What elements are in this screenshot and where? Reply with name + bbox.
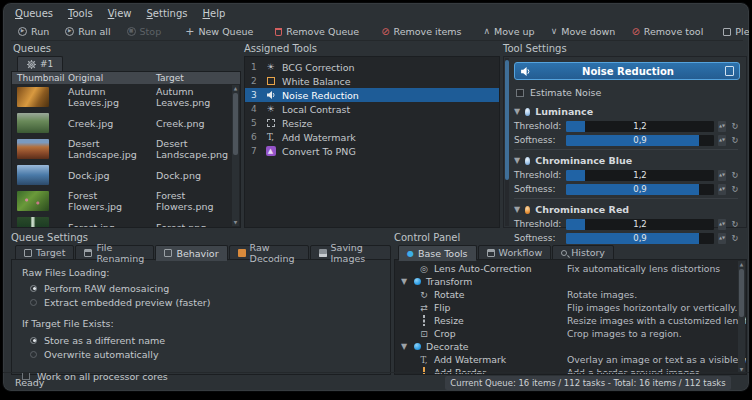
spinbox[interactable]: ▲▼ <box>718 121 726 132</box>
tool-label: Resize <box>282 118 312 129</box>
queue-scrollbar[interactable]: ▲ ▼ <box>232 85 239 226</box>
radio-icon[interactable] <box>30 337 37 344</box>
radio-overwrite-automatically[interactable]: Overwrite automatically <box>22 347 380 361</box>
spinbox[interactable]: ▲▼ <box>718 184 726 195</box>
collapse-icon[interactable]: ▼ <box>401 277 409 286</box>
tree-desc: Overlay an image or text as a visible wa… <box>567 354 746 365</box>
tab-saving-images[interactable]: Saving Images <box>310 245 391 260</box>
scroll-up-icon[interactable]: ▲ <box>738 261 745 268</box>
radio-icon[interactable] <box>30 299 37 306</box>
collapse-icon[interactable]: ▼ <box>514 205 520 214</box>
new-queue-button[interactable]: + New Queue <box>178 24 260 40</box>
tab-file-renaming[interactable]: File Renaming <box>75 245 154 260</box>
collapse-icon[interactable]: ▼ <box>514 156 520 165</box>
scrollbar-thumb[interactable] <box>233 93 238 155</box>
tool-item-noise-reduction[interactable]: 3 Noise Reduction <box>245 88 499 102</box>
slider-value: 1,2 <box>566 219 714 230</box>
threshold-slider[interactable]: 1,2 <box>566 219 714 230</box>
tool-item-local-contrast[interactable]: 4 ☀ Local Contrast <box>245 102 499 116</box>
reset-icon[interactable]: ↻ <box>730 135 740 145</box>
run-all-button[interactable]: ▶ Run all <box>58 24 117 40</box>
menu-queues[interactable]: Queues <box>15 8 53 22</box>
tab-behavior[interactable]: Behavior <box>155 245 227 261</box>
tab-target[interactable]: Target <box>15 245 74 260</box>
threshold-slider[interactable]: 1,2 <box>566 170 714 181</box>
scrollbar-thumb[interactable] <box>739 269 744 317</box>
base-tools-icon: ● <box>407 249 414 258</box>
estimate-noise-checkbox[interactable] <box>516 89 524 97</box>
fullscreen-button[interactable]: Plein écran <box>716 24 750 40</box>
radio-label: Store as a different name <box>44 335 165 346</box>
tool-item-white-balance[interactable]: 2 White Balance <box>245 74 499 88</box>
menu-settings[interactable]: Settings <box>146 8 187 22</box>
tab-base-tools[interactable]: ● Base Tools <box>398 245 477 261</box>
menu-help[interactable]: Help <box>203 8 226 22</box>
threshold-slider[interactable]: 1,2 <box>566 121 714 132</box>
tree-category-transform[interactable]: ▼ Transform <box>395 275 746 288</box>
section-chrominance-red-header[interactable]: ▼ Chrominance Red <box>514 203 740 216</box>
softness-slider[interactable]: 0,9 <box>566 135 714 146</box>
tree-item-lens-auto-correction[interactable]: ◎ Lens Auto-Correction Fix automatically… <box>395 262 746 275</box>
scroll-up-icon[interactable]: ▲ <box>232 85 239 92</box>
run-button[interactable]: ▶ Run <box>11 24 56 40</box>
remove-queue-button[interactable]: Remove Queue <box>268 24 366 40</box>
tool-item-bcg-correction[interactable]: 1 ☀ BCG Correction <box>245 60 499 74</box>
queue-row[interactable]: Autumn Leaves.jpg Autumn Leaves.png <box>12 84 240 110</box>
thumbnail-autumn-leaves <box>17 87 49 107</box>
tree-item-add-watermark[interactable]: T, Add Watermark Overlay an image or tex… <box>395 353 746 366</box>
estimate-noise-row[interactable]: Estimate Noise <box>516 87 601 98</box>
menu-tools[interactable]: Tools <box>68 8 93 22</box>
tool-item-resize[interactable]: 5 Resize <box>245 116 499 130</box>
resize-icon <box>419 316 429 326</box>
col-original[interactable]: Original <box>68 73 156 83</box>
col-thumbnail[interactable]: Thumbnail <box>12 73 68 83</box>
menu-view[interactable]: View <box>108 8 132 22</box>
radio-store-different-name[interactable]: Store as a different name <box>22 333 380 347</box>
radio-icon[interactable] <box>30 285 37 292</box>
radio-icon[interactable] <box>30 351 37 358</box>
tool-item-convert-to-png[interactable]: 7 ▲ Convert To PNG <box>245 144 499 158</box>
scrollbar-thumb[interactable] <box>505 60 509 180</box>
tree-scrollbar[interactable]: ▲ ▼ <box>738 261 745 373</box>
stop-button[interactable]: ■ Stop <box>120 24 169 40</box>
tree-item-rotate[interactable]: ↻ Rotate Rotate images. <box>395 288 746 301</box>
move-up-button[interactable]: ∧ Move up <box>477 24 542 40</box>
reset-icon[interactable]: ↻ <box>730 121 740 131</box>
collapse-icon[interactable]: ▼ <box>514 107 520 116</box>
tool-settings-scrollbar[interactable] <box>505 58 509 226</box>
tree-item-crop[interactable]: ⊡ Crop Crop images to a region. <box>395 327 746 340</box>
reset-icon[interactable]: ↻ <box>730 184 740 194</box>
radio-perform-raw-demosaicing[interactable]: Perform RAW demosaicing <box>22 281 380 295</box>
tab-history[interactable]: History <box>552 245 614 260</box>
queue-row[interactable]: Dock.jpg Dock.png <box>12 162 240 188</box>
spinbox[interactable]: ▲▼ <box>718 170 726 181</box>
collapse-icon[interactable]: ▼ <box>401 342 409 351</box>
tool-item-add-watermark[interactable]: 6 T, Add Watermark <box>245 130 499 144</box>
tree-item-flip[interactable]: ⇄ Flip Flip images horizontally or verti… <box>395 301 746 314</box>
tool-menu-icon[interactable] <box>725 66 734 76</box>
tree-item-resize[interactable]: Resize Resize images with a customized l… <box>395 314 746 327</box>
section-luminance-header[interactable]: ▼ Luminance <box>514 105 740 118</box>
queue-row[interactable]: Forest.jpg Forest.png <box>12 214 240 228</box>
move-down-button[interactable]: ∨ Move down <box>544 24 623 40</box>
reset-icon[interactable]: ↻ <box>730 170 740 180</box>
queue-row[interactable]: Creek.jpg Creek.png <box>12 110 240 136</box>
spinbox[interactable]: ▲▼ <box>718 219 726 230</box>
tab-raw-decoding[interactable]: Raw Decoding <box>229 245 309 260</box>
tab-workflow[interactable]: Workflow <box>478 245 552 260</box>
spinbox[interactable]: ▲▼ <box>718 135 726 146</box>
remove-items-button[interactable]: ⊘ Remove items <box>374 24 468 40</box>
col-target[interactable]: Target <box>156 73 240 83</box>
section-chrominance-blue-header[interactable]: ▼ Chrominance Blue <box>514 154 740 167</box>
softness-slider[interactable]: 0,9 <box>566 184 714 195</box>
base-tools-tree: ◎ Lens Auto-Correction Fix automatically… <box>394 259 747 375</box>
queue-row[interactable]: Forest Flowers.jpg Forest Flowers.png <box>12 188 240 214</box>
radio-extract-embedded-preview[interactable]: Extract embedded preview (faster) <box>22 295 380 309</box>
reset-icon[interactable]: ↻ <box>730 219 740 229</box>
remove-tool-button[interactable]: ⊘ Remove tool <box>624 24 710 40</box>
assigned-tools-title: Assigned Tools <box>244 43 500 55</box>
queue-tab-1[interactable]: #1 <box>17 56 63 71</box>
scroll-down-icon[interactable]: ▼ <box>232 219 239 226</box>
tree-category-decorate[interactable]: ▼ Decorate <box>395 340 746 353</box>
queue-row[interactable]: Desert Landscape.jpg Desert Landscape.pn… <box>12 136 240 162</box>
